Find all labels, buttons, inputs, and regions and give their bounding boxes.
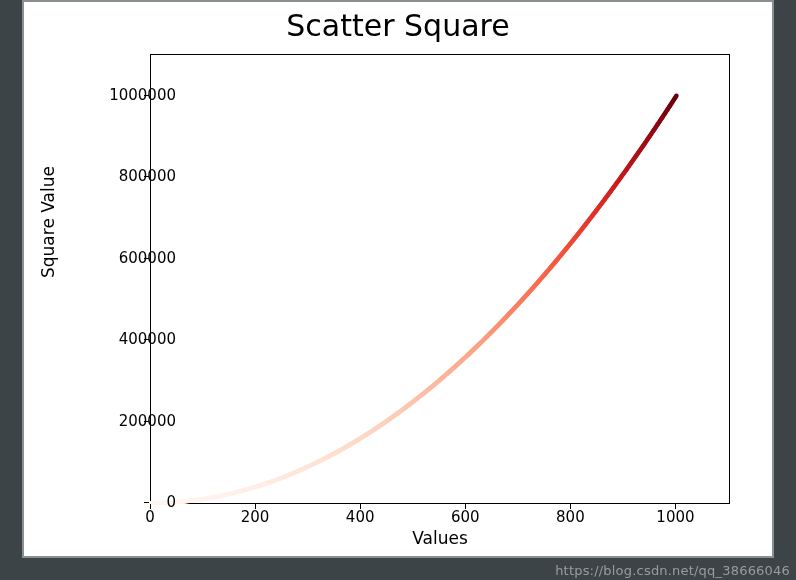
y-tick-label: 400000 [96,330,176,348]
scatter-series [151,55,729,503]
y-tick-mark [144,502,149,503]
x-tick-mark [675,504,676,509]
y-tick-mark [144,421,149,422]
y-tick-label: 200000 [96,412,176,430]
y-axis-label: Square Value [38,166,58,278]
y-tick-label: 600000 [96,249,176,267]
svg-point-999 [674,94,678,98]
y-tick-mark [144,258,149,259]
x-tick-label: 200 [241,508,270,526]
y-tick-mark [144,176,149,177]
plot-area [150,54,730,504]
x-tick-label: 1000 [656,508,694,526]
figure-canvas: Scatter Square Square Value Values [30,8,766,550]
chart-title: Scatter Square [30,8,766,43]
y-tick-mark [144,339,149,340]
x-tick-mark [150,504,151,509]
watermark-text: https://blog.csdn.net/qq_38666046 [555,563,790,578]
y-tick-mark [144,95,149,96]
x-tick-mark [465,504,466,509]
y-tick-label: 0 [96,493,176,511]
y-tick-label: 800000 [96,167,176,185]
x-tick-label: 400 [346,508,375,526]
x-tick-label: 0 [145,508,155,526]
x-tick-mark [255,504,256,509]
x-tick-mark [570,504,571,509]
x-tick-label: 600 [451,508,480,526]
x-axis-label: Values [150,528,730,548]
x-tick-label: 800 [556,508,585,526]
x-tick-mark [360,504,361,509]
figure-frame: Scatter Square Square Value Values [22,0,774,558]
y-tick-label: 1000000 [96,86,176,104]
